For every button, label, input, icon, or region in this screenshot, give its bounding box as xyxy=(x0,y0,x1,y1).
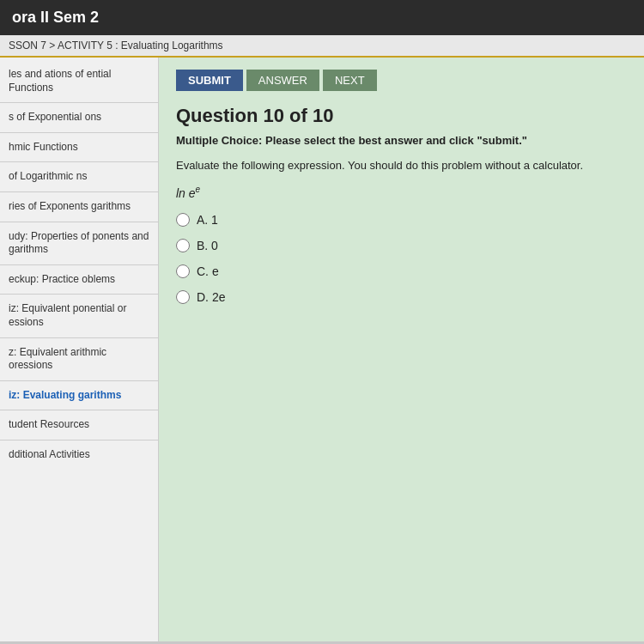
option-label-B: B. 0 xyxy=(197,239,218,252)
sidebar-divider-0 xyxy=(0,102,158,103)
sidebar-item-0[interactable]: les and ations of ential Functions xyxy=(0,63,158,100)
title-text: ora II Sem 2 xyxy=(12,9,99,26)
breadcrumb: SSON 7 > ACTIVITY 5 : Evaluating Logarit… xyxy=(0,35,644,58)
next-button[interactable]: NEXT xyxy=(323,70,377,91)
sidebar-item-7[interactable]: iz: Equivalent ponential or essions xyxy=(0,297,158,334)
question-prompt: Evaluate the following expression. You s… xyxy=(176,157,627,174)
breadcrumb-text: SSON 7 > ACTIVITY 5 : Evaluating Logarit… xyxy=(9,39,223,52)
sidebar-item-11[interactable]: dditional Activities xyxy=(0,443,158,467)
radio-A[interactable] xyxy=(176,213,190,227)
title-bar: ora II Sem 2 xyxy=(0,0,644,35)
sidebar: les and ations of ential Functionss of E… xyxy=(0,58,159,641)
sidebar-item-3[interactable]: of Logarithmic ns xyxy=(0,165,158,189)
submit-button[interactable]: SUBMIT xyxy=(176,70,243,91)
radio-C[interactable] xyxy=(176,264,190,278)
sidebar-divider-5 xyxy=(0,264,158,265)
sidebar-item-6[interactable]: eckup: Practice oblems xyxy=(0,268,158,292)
sidebar-divider-8 xyxy=(0,380,158,381)
sidebar-item-1[interactable]: s of Exponential ons xyxy=(0,106,158,130)
content-area: SUBMIT ANSWER NEXT Question 10 of 10 Mul… xyxy=(159,58,644,641)
answer-option-B[interactable]: B. 0 xyxy=(176,239,627,252)
answer-option-C[interactable]: C. e xyxy=(176,264,627,278)
sidebar-divider-4 xyxy=(0,222,158,222)
sidebar-item-2[interactable]: hmic Functions xyxy=(0,136,158,160)
option-label-D: D. 2e xyxy=(197,290,225,304)
question-title: Question 10 of 10 xyxy=(176,105,627,127)
sidebar-divider-6 xyxy=(0,294,158,295)
sidebar-item-5[interactable]: udy: Properties of ponents and garithms xyxy=(0,225,158,262)
answer-options: A. 1B. 0C. eD. 2e xyxy=(176,213,627,304)
answer-option-D[interactable]: D. 2e xyxy=(176,290,627,304)
sidebar-divider-1 xyxy=(0,132,158,133)
sidebar-divider-2 xyxy=(0,161,158,162)
sidebar-item-4[interactable]: ries of Exponents garithms xyxy=(0,195,158,219)
radio-D[interactable] xyxy=(176,290,190,304)
expression: ln ee xyxy=(176,185,627,200)
answer-button[interactable]: ANSWER xyxy=(246,70,319,91)
sidebar-divider-9 xyxy=(0,410,158,410)
toolbar: SUBMIT ANSWER NEXT xyxy=(176,70,627,91)
answer-option-A[interactable]: A. 1 xyxy=(176,213,627,227)
sidebar-divider-7 xyxy=(0,337,158,338)
sidebar-item-8[interactable]: z: Equivalent arithmic oressions xyxy=(0,341,158,378)
radio-B[interactable] xyxy=(176,239,190,252)
sidebar-item-9[interactable]: iz: Evaluating garithms xyxy=(0,384,158,408)
option-label-A: A. 1 xyxy=(197,213,218,227)
sidebar-divider-10 xyxy=(0,440,158,440)
question-type: Multiple Choice: Please select the best … xyxy=(176,134,627,147)
option-label-C: C. e xyxy=(197,264,219,278)
sidebar-item-10[interactable]: tudent Resources xyxy=(0,413,158,437)
sidebar-divider-3 xyxy=(0,191,158,192)
